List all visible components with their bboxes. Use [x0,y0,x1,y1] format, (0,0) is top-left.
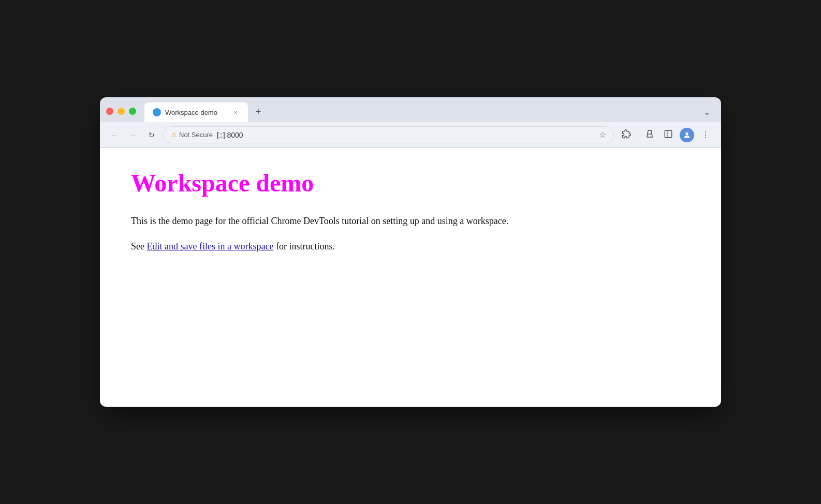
page-link-line: See Edit and save files in a workspace f… [131,239,690,254]
tab-title: Workspace demo [165,109,227,116]
address-bar[interactable]: ⚠ Not Secure [::]:8000 ☆ [163,126,614,143]
back-icon: ← [111,131,118,139]
svg-rect-0 [665,130,672,138]
chevron-down-icon: ⌄ [703,107,710,117]
extensions-button[interactable] [618,127,635,143]
warning-icon: ⚠ [171,131,177,139]
traffic-light-close[interactable] [106,108,113,115]
back-button[interactable]: ← [107,128,122,142]
toolbar-divider [638,130,638,140]
security-warning: ⚠ Not Secure [171,131,213,139]
svg-point-2 [685,132,688,135]
link-prefix: See [131,241,147,251]
tab-favicon: 🌐 [153,108,161,116]
traffic-light-maximize[interactable] [129,108,136,115]
toolbar-icons: ⋮ [618,127,714,143]
flask-icon [645,129,654,141]
security-label: Not Secure [179,131,213,139]
reload-button[interactable]: ↻ [144,128,159,142]
extensions-icon [622,129,631,141]
link-suffix: for instructions. [273,241,335,251]
url-text[interactable]: [::]:8000 [217,131,595,139]
toolbar: ← → ↻ ⚠ Not Secure [::]:8000 ☆ [100,122,721,148]
page-content: Workspace demo This is the demo page for… [100,148,721,407]
profile-avatar [680,128,694,142]
tab-close-button[interactable]: × [231,108,240,116]
sidebar-button[interactable] [660,127,677,143]
globe-icon: 🌐 [154,110,160,115]
new-tab-button[interactable]: + [250,103,267,120]
reload-icon: ↻ [149,131,155,139]
tab-bar: 🌐 Workspace demo × + ⌄ [144,102,715,122]
browser-window: 🌐 Workspace demo × + ⌄ ← → ↻ ⚠ Not Secur [100,97,721,407]
page-heading: Workspace demo [131,169,690,197]
traffic-lights [106,108,144,122]
tab-list-button[interactable]: ⌄ [698,103,715,120]
forward-icon: → [129,131,137,139]
traffic-light-minimize[interactable] [118,108,125,115]
kebab-menu-icon: ⋮ [701,130,710,140]
active-tab[interactable]: 🌐 Workspace demo × [144,102,248,122]
sidebar-icon [664,129,673,141]
title-bar: 🌐 Workspace demo × + ⌄ [100,97,721,122]
menu-button[interactable]: ⋮ [697,127,714,143]
workspace-link[interactable]: Edit and save files in a workspace [147,241,274,251]
devtools-button[interactable] [641,127,658,143]
profile-button[interactable] [679,127,695,143]
page-paragraph: This is the demo page for the official C… [131,214,690,229]
bookmark-button[interactable]: ☆ [599,130,606,140]
forward-button[interactable]: → [126,128,140,142]
